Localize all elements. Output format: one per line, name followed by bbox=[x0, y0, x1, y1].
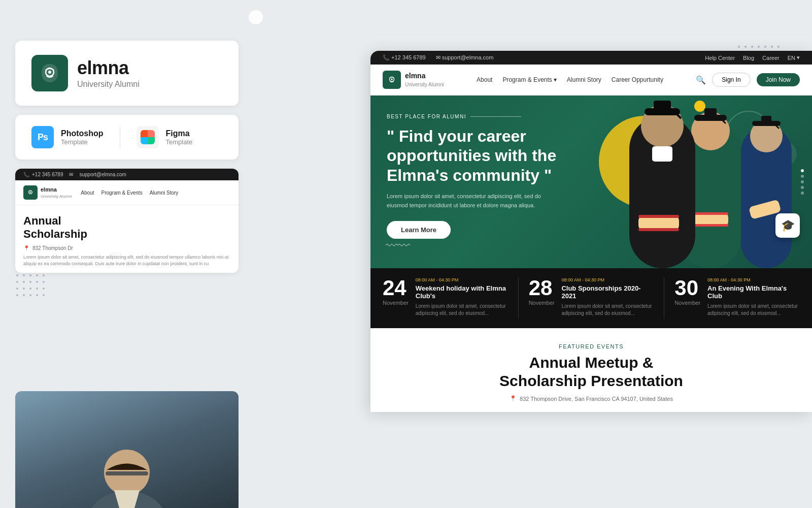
small-nav-links: About Program & Events Alumni Story bbox=[81, 190, 178, 196]
event-2-date: 28 bbox=[529, 277, 555, 299]
small-content: Annual Scholarship 📍 832 Thompson Dr Lor… bbox=[15, 205, 239, 273]
brand-logo-icon bbox=[31, 55, 68, 91]
nav-alumni[interactable]: Alumni Story bbox=[567, 76, 601, 83]
figma-template: Figma Template bbox=[137, 126, 193, 148]
main-brand: elmna University Alumni bbox=[405, 72, 444, 88]
joinnow-button[interactable]: Join Now bbox=[757, 73, 800, 86]
main-nav-logo: elmna University Alumni bbox=[383, 71, 444, 89]
nav-about[interactable]: About bbox=[477, 76, 492, 83]
hero-description: Lorem ipsum dolor sit amet, consectetur … bbox=[387, 192, 559, 210]
event-2-time: 08:00 AM - 04:30 PM bbox=[561, 277, 654, 282]
small-lorem: Lorem ipsum dolor sit amet, consectetur … bbox=[23, 254, 230, 268]
small-nav-logo: elmnaUniversity Alumni bbox=[23, 185, 72, 200]
left-panel: elmna University Alumni Ps Photoshop Tem… bbox=[15, 41, 239, 282]
event-3-date-block: 30 November bbox=[674, 277, 700, 317]
nav-programs[interactable]: Program & Events ▾ bbox=[502, 76, 556, 83]
hero-tag-line bbox=[470, 116, 521, 117]
main-navbar: elmna University Alumni About Program & … bbox=[370, 65, 812, 96]
small-logo-icon bbox=[23, 185, 38, 200]
template-card: Ps Photoshop Template Figma Template bbox=[15, 115, 239, 160]
svg-point-1 bbox=[48, 71, 51, 74]
svg-rect-26 bbox=[654, 101, 671, 114]
small-nav-programs[interactable]: Program & Events bbox=[101, 190, 143, 196]
small-topbar: 📞 +12 345 6789 ✉ support@elmna.com bbox=[15, 169, 239, 180]
event-item-1: 24 November 08:00 AM - 04:30 PM Weekend … bbox=[383, 277, 519, 319]
event-2-date-block: 28 November bbox=[529, 277, 555, 317]
photoshop-icon: Ps bbox=[31, 126, 54, 148]
main-topbar: 📞 +12 345 6789 ✉ support@elmna.com Help … bbox=[370, 51, 812, 65]
photoshop-label: Photoshop Template bbox=[61, 129, 104, 146]
brand-subtitle: University Alumni bbox=[77, 80, 140, 89]
event-3-time: 08:00 AM - 04:30 PM bbox=[707, 277, 800, 282]
person-photo bbox=[15, 391, 239, 508]
event-bar: 24 November 08:00 AM - 04:30 PM Weekend … bbox=[370, 268, 812, 328]
topbar-blog[interactable]: Blog bbox=[743, 55, 754, 61]
hero-section: 〰〰 🎓 BEST PLACE FOR ALUMNI " Find your c… bbox=[370, 96, 812, 268]
bottom-photo bbox=[15, 391, 239, 508]
featured-tag: FEATURED EVENTS bbox=[383, 343, 800, 350]
brand-name: elmna bbox=[77, 57, 140, 79]
event-item-3: 30 November 08:00 AM - 04:30 PM An Eveni… bbox=[664, 277, 800, 319]
event-2-title: Club Sponsorships 2020-2021 bbox=[561, 284, 654, 300]
topbar-career[interactable]: Career bbox=[762, 55, 780, 61]
small-web-preview: 📞 +12 345 6789 ✉ support@elmna.com elmna… bbox=[15, 169, 239, 273]
event-2-date-row: 28 November 08:00 AM - 04:30 PM Club Spo… bbox=[529, 277, 654, 317]
figma-icon bbox=[137, 126, 159, 148]
event-3-desc: Lorem ipsum dolor sit amet, consectetur … bbox=[707, 303, 800, 317]
small-nav-alumni[interactable]: Alumni Story bbox=[150, 190, 179, 196]
topbar-lang[interactable]: EN ▾ bbox=[788, 54, 800, 61]
event-3-month: November bbox=[674, 300, 700, 306]
signin-button[interactable]: Sign In bbox=[712, 73, 750, 87]
svg-point-3 bbox=[30, 192, 31, 193]
hero-content: BEST PLACE FOR ALUMNI " Find your career… bbox=[387, 114, 796, 258]
learn-more-button[interactable]: Learn More bbox=[387, 221, 451, 239]
main-nav-links: About Program & Events ▾ Alumni Story Ca… bbox=[477, 76, 663, 83]
graduation-float-icon: 🎓 bbox=[775, 213, 800, 238]
nav-career[interactable]: Career Oppurtunity bbox=[612, 76, 663, 83]
figma-label: Figma Template bbox=[166, 129, 193, 146]
search-icon[interactable]: 🔍 bbox=[696, 75, 706, 85]
topbar-right: Help Center Blog Career EN ▾ bbox=[705, 54, 800, 61]
event-1-info: 08:00 AM - 04:30 PM Weekend holiday with… bbox=[416, 277, 508, 317]
brand-text: elmna University Alumni bbox=[77, 57, 140, 89]
event-3-date-row: 30 November 08:00 AM - 04:30 PM An Eveni… bbox=[674, 277, 800, 317]
featured-section: FEATURED EVENTS Annual Meetup &Scholarsh… bbox=[370, 328, 812, 412]
small-address: 📍 832 Thompson Dr bbox=[23, 245, 230, 251]
location-icon: 📍 bbox=[510, 395, 517, 402]
photoshop-template: Ps Photoshop Template bbox=[31, 126, 104, 148]
hero-title: " Find your career opportunities with th… bbox=[387, 126, 610, 185]
logo-card: elmna University Alumni bbox=[15, 41, 239, 106]
topbar-email: ✉ support@elmna.com bbox=[436, 54, 494, 61]
topbar-phone: 📞 +12 345 6789 bbox=[383, 54, 426, 61]
topbar-help[interactable]: Help Center bbox=[705, 55, 735, 61]
event-1-desc: Lorem ipsum dolor sit amet, consectetur … bbox=[416, 303, 508, 317]
divider bbox=[120, 127, 120, 147]
small-nav-about[interactable]: About bbox=[81, 190, 94, 196]
hero-tag-text: BEST PLACE FOR ALUMNI bbox=[387, 114, 466, 119]
svg-rect-6 bbox=[106, 471, 148, 475]
main-preview: 📞 +12 345 6789 ✉ support@elmna.com Help … bbox=[370, 51, 812, 412]
decoration-circle bbox=[249, 10, 263, 24]
main-logo-icon bbox=[383, 71, 401, 89]
event-1-date: 24 bbox=[383, 277, 409, 299]
featured-title: Annual Meetup &Scholarship Presentation bbox=[383, 354, 800, 390]
event-1-title: Weekend holiday with Elmna Club's bbox=[416, 284, 508, 300]
event-1-time: 08:00 AM - 04:30 PM bbox=[416, 277, 508, 282]
event-2-desc: Lorem ipsum dolor sit amet, consectetur … bbox=[561, 303, 654, 317]
topbar-left: 📞 +12 345 6789 ✉ support@elmna.com bbox=[383, 54, 493, 61]
hero-tag: BEST PLACE FOR ALUMNI bbox=[387, 114, 796, 119]
event-3-date: 30 bbox=[674, 277, 700, 299]
event-1-date-block: 24 November bbox=[383, 277, 409, 317]
event-item-2: 28 November 08:00 AM - 04:30 PM Club Spo… bbox=[519, 277, 665, 319]
featured-location: 📍 832 Thompson Drive, San Francisco CA 9… bbox=[383, 395, 800, 402]
small-nav: elmnaUniversity Alumni About Program & E… bbox=[15, 180, 239, 205]
svg-point-8 bbox=[391, 78, 393, 80]
event-1-date-row: 24 November 08:00 AM - 04:30 PM Weekend … bbox=[383, 277, 508, 317]
event-3-info: 08:00 AM - 04:30 PM An Evening With Elmn… bbox=[707, 277, 800, 317]
small-heading: Annual Scholarship bbox=[23, 214, 230, 241]
event-2-month: November bbox=[529, 300, 555, 306]
event-3-title: An Evening With Elmna's Club bbox=[707, 284, 800, 300]
event-2-info: 08:00 AM - 04:30 PM Club Sponsorships 20… bbox=[561, 277, 654, 317]
main-nav-actions: 🔍 Sign In Join Now bbox=[696, 73, 800, 87]
event-1-month: November bbox=[383, 300, 409, 306]
